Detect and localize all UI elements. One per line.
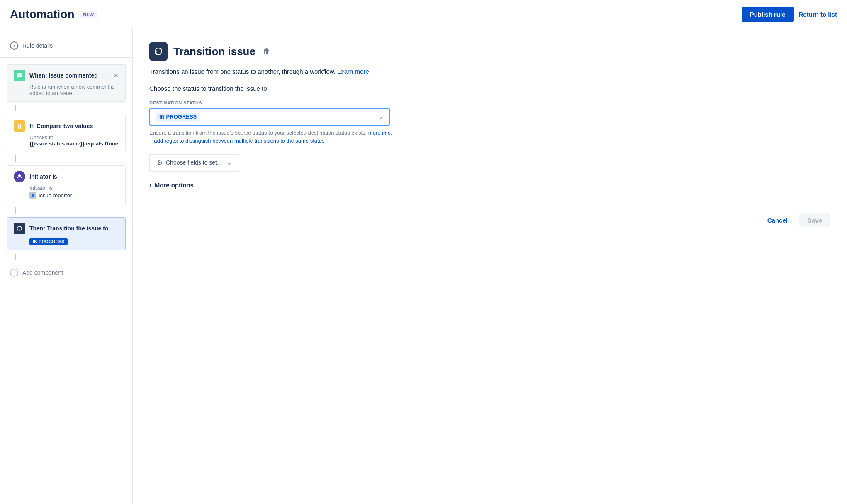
more-options-toggle[interactable]: › More options [149, 182, 830, 189]
vline-3 [15, 207, 16, 214]
learn-more-link[interactable]: Learn more. [337, 68, 371, 75]
connector-1 [0, 105, 132, 111]
more-options-chevron-icon: › [149, 182, 151, 188]
choose-status-text: Choose the status to transition the issu… [149, 85, 830, 92]
card-header-row-2: {} If: Compare two values [14, 120, 119, 132]
content-area: Transition issue 🗑 Transitions an issue … [133, 29, 847, 504]
connector-3 [0, 207, 132, 214]
chevron-down-icon: ⌄ [378, 113, 383, 120]
condition-card[interactable]: {} If: Compare two values Checks if:{{is… [7, 115, 126, 152]
trigger-card-close[interactable]: ✕ [114, 72, 119, 79]
more-options-label: More options [155, 182, 194, 189]
destination-status-label: Destination status [149, 100, 830, 105]
filter-icon [14, 171, 25, 182]
app-title: Automation [10, 8, 75, 21]
regex-link[interactable]: + add regex to distinguish between multi… [149, 138, 830, 144]
condition-card-desc: Checks if:{{issue.status.name}} equals D… [14, 134, 119, 147]
reporter-avatar: 👤 [29, 192, 36, 199]
trigger-card-desc: Rule is run when a new comment is added … [14, 84, 119, 96]
card-header-row-3: Initiator is [14, 171, 119, 182]
gear-icon: ⚙ [157, 159, 163, 167]
header-right: Publish rule Return to list [742, 7, 837, 22]
content-title: Transition issue [173, 45, 256, 58]
sidebar-divider [0, 57, 132, 58]
filter-card-desc: Initiator is 👤 Issue reporter [14, 185, 119, 199]
rule-details-label: Rule details [22, 42, 53, 49]
main-layout: i Rule details When: Issue commented ✕ [0, 29, 847, 504]
cancel-button[interactable]: Cancel [761, 213, 794, 227]
destination-status-select[interactable]: IN PROGRESS ⌄ [149, 108, 390, 126]
vline [15, 105, 16, 111]
content-header: Transition issue 🗑 [149, 42, 830, 61]
destination-status-value: IN PROGRESS [156, 113, 200, 121]
ensure-text: Ensure a transition from the issue's sou… [149, 130, 830, 136]
info-icon: i [10, 41, 18, 50]
svg-rect-0 [17, 73, 22, 77]
trigger-card[interactable]: When: Issue commented ✕ Rule is run when… [7, 64, 126, 102]
choose-fields-button[interactable]: ⚙ Choose fields to set... ⌄ [149, 154, 239, 172]
card-header-row-4: Then: Transition the issue to [14, 223, 119, 234]
action-card-title: Then: Transition the issue to [29, 225, 109, 232]
connector-4 [0, 254, 132, 260]
condition-icon: {} [14, 120, 25, 132]
add-component[interactable]: Add component [0, 264, 132, 282]
delete-action-icon[interactable]: 🗑 [263, 47, 270, 56]
action-card-badge-area: IN PROGRESS [14, 237, 119, 245]
action-icon [14, 223, 25, 234]
card-header-left-2: {} If: Compare two values [14, 120, 93, 132]
choose-fields-label: Choose fields to set... [166, 159, 222, 166]
trigger-icon [14, 70, 25, 81]
header: Automation NEW Publish rule Return to li… [0, 0, 847, 29]
add-component-label: Add component [22, 269, 63, 276]
vline-2 [15, 155, 16, 162]
footer-actions: Cancel Save [149, 205, 830, 227]
return-to-list-button[interactable]: Return to list [799, 11, 837, 18]
connector-2 [0, 155, 132, 162]
header-left: Automation NEW [10, 8, 742, 21]
content-description: Transitions an issue from one status to … [149, 67, 830, 77]
fields-chevron-icon: ⌄ [227, 159, 232, 166]
card-header-left-4: Then: Transition the issue to [14, 223, 109, 234]
svg-point-1 [18, 174, 21, 177]
action-card[interactable]: Then: Transition the issue to IN PROGRES… [7, 217, 126, 250]
publish-rule-button[interactable]: Publish rule [742, 7, 794, 22]
card-header-row: When: Issue commented ✕ [14, 70, 119, 81]
vline-4 [15, 254, 16, 260]
card-header-left-3: Initiator is [14, 171, 57, 182]
save-button[interactable]: Save [799, 213, 830, 227]
card-header-left: When: Issue commented [14, 70, 98, 81]
new-badge: NEW [80, 11, 98, 18]
condition-card-title: If: Compare two values [29, 123, 93, 129]
add-component-circle-icon [10, 269, 18, 277]
more-info-link[interactable]: more info. [368, 130, 392, 136]
rule-details-item[interactable]: i Rule details [0, 37, 132, 54]
filter-card-title: Initiator is [29, 173, 57, 180]
trigger-card-title: When: Issue commented [29, 72, 98, 79]
content-action-icon [149, 42, 168, 61]
in-progress-badge: IN PROGRESS [29, 238, 68, 245]
filter-sub-item: 👤 Issue reporter [29, 192, 119, 199]
filter-card[interactable]: Initiator is Initiator is 👤 Issue report… [7, 165, 126, 204]
sidebar: i Rule details When: Issue commented ✕ [0, 29, 133, 504]
